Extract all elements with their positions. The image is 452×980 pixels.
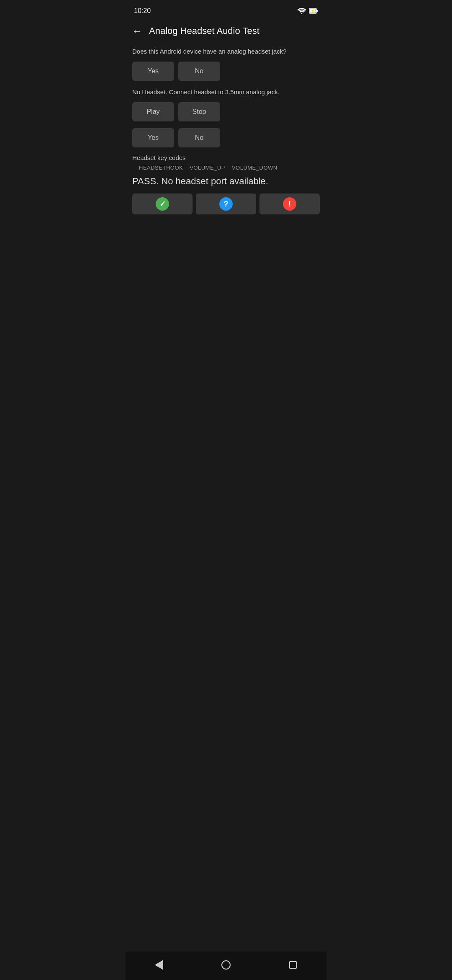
wifi-icon [297,8,306,14]
pass-action-button[interactable]: ✓ [132,193,193,214]
play-button[interactable]: Play [132,102,174,121]
nav-back-icon [155,960,163,970]
unknown-icon: ? [219,197,233,211]
status-icons: ⚡ [297,8,318,14]
stop-button[interactable]: Stop [178,102,220,121]
pass-text: PASS. No headset port available. [132,176,320,187]
status-time: 10:20 [134,7,151,15]
yes-button-1[interactable]: Yes [132,62,174,81]
no-button-2[interactable]: No [178,128,220,147]
nav-home-icon [221,960,231,970]
headset-connect-info: No Headset. Connect headset to 3.5mm ana… [132,88,320,96]
svg-point-0 [301,13,303,15]
battery-charging-icon: ⚡ [309,8,318,14]
pass-checkmark: ✓ [159,199,166,209]
header: ← Analog Headset Audio Test [126,20,326,44]
back-button[interactable]: ← [132,25,142,37]
nav-recent-icon [289,961,297,969]
key-code-volume-up: VOLUME_UP [190,165,225,171]
status-bar: 10:20 ⚡ [126,0,326,20]
no-button-1[interactable]: No [178,62,220,81]
play-stop-buttons: Play Stop [132,102,320,121]
content-area: Does this Android device have an analog … [126,44,326,952]
svg-text:⚡: ⚡ [311,8,316,13]
nav-home-button[interactable] [218,957,234,973]
navigation-bar [126,952,326,980]
fail-icon: ! [283,197,296,211]
nav-back-button[interactable] [151,957,167,973]
fail-exclamation: ! [288,200,291,209]
pass-icon: ✓ [156,197,169,211]
yes-button-2[interactable]: Yes [132,128,174,147]
fail-action-button[interactable]: ! [259,193,320,214]
key-code-volume-down: VOLUME_DOWN [232,165,277,171]
action-buttons-row: ✓ ? ! [132,193,320,214]
key-code-headsethook: HEADSETHOOK [139,165,183,171]
key-codes-list: HEADSETHOOK VOLUME_UP VOLUME_DOWN [132,165,320,171]
nav-recent-button[interactable] [285,957,301,973]
page-title: Analog Headset Audio Test [149,26,259,36]
svg-rect-3 [316,10,318,12]
key-codes-label: Headset key codes [132,154,320,161]
headset-jack-question: Does this Android device have an analog … [132,47,320,56]
headset-jack-buttons: Yes No [132,62,320,81]
unknown-action-button[interactable]: ? [196,193,256,214]
yes-no-buttons: Yes No [132,128,320,147]
unknown-question-mark: ? [224,200,229,209]
